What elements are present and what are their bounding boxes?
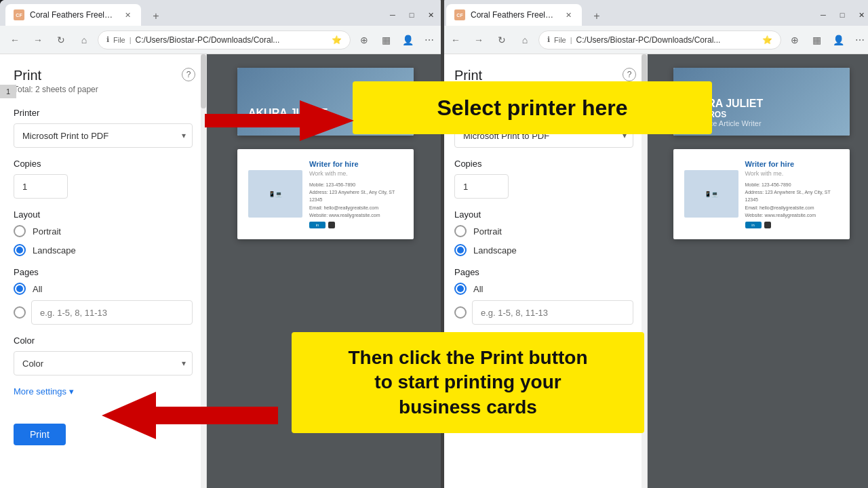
tab-favicon-right: CF bbox=[454, 9, 465, 20]
tab-close-left[interactable]: ✕ bbox=[122, 9, 133, 20]
minimize-btn-right[interactable]: ─ bbox=[815, 7, 831, 23]
more-icon-right[interactable]: ⋯ bbox=[850, 30, 868, 49]
layout-label-right: Layout bbox=[454, 209, 633, 220]
pages-all-row-right: All bbox=[454, 283, 633, 295]
browser-divider bbox=[441, 0, 444, 488]
new-tab-button-right[interactable]: + bbox=[587, 7, 606, 26]
card-name-left: AKURA JULIET bbox=[248, 107, 328, 119]
print-panel-right: ? Print Total: 2 sheets of paper Printer… bbox=[441, 54, 648, 488]
pages-custom-input-right[interactable] bbox=[472, 300, 633, 325]
address-input-left[interactable]: ℹ File | C:/Users/Biostar-PC/Downloads/C… bbox=[98, 30, 351, 49]
back-btn-left[interactable]: ← bbox=[5, 30, 24, 49]
bookmark-icon-right[interactable]: ⊕ bbox=[785, 30, 804, 49]
color-label-left: Color bbox=[14, 336, 193, 346]
address-text-right: C:/Users/Biostar-PC/Downloads/Coral... bbox=[576, 35, 758, 45]
pages-all-row-left: All bbox=[14, 283, 193, 295]
portrait-radio-left[interactable]: Portrait bbox=[14, 225, 193, 237]
pages-custom-input-left[interactable] bbox=[31, 300, 193, 325]
home-btn-right[interactable]: ⌂ bbox=[515, 30, 534, 49]
card-subtitle-right: Freelance Article Writer bbox=[684, 119, 762, 127]
tab-title-left: Coral Feathers Freelancer Busin... bbox=[30, 10, 117, 20]
pages-all-radio-left[interactable]: All bbox=[14, 283, 42, 295]
preview-card-1-right: AKURA JULIET CISNEROS Freelance Article … bbox=[673, 68, 850, 136]
print-subtitle-left: Total: 2 sheets of paper bbox=[14, 85, 193, 94]
tab-favicon-left: CF bbox=[14, 9, 24, 20]
preview-card-1-left: AKURA JULIET Freelance Article Writer bbox=[237, 68, 414, 136]
more-settings-left[interactable]: More settings ▾ bbox=[14, 386, 193, 396]
card2-subtitle-left: Work with me. bbox=[309, 170, 403, 177]
landscape-circle-right bbox=[454, 244, 467, 256]
address-text-left: C:/Users/Biostar-PC/Downloads/Coral... bbox=[136, 35, 328, 45]
minimize-btn-left[interactable]: ─ bbox=[384, 7, 401, 23]
toolbar-icons-left: ⊕ ▦ 👤 ⋯ bbox=[355, 30, 439, 49]
window-controls-right: ─ □ ✕ bbox=[815, 7, 868, 26]
card-name-right: AKURA JULIET bbox=[684, 98, 764, 110]
pages-label-left: Pages bbox=[14, 267, 193, 277]
print-title-right: Print bbox=[454, 68, 633, 83]
layout-label-left: Layout bbox=[14, 209, 193, 220]
pages-custom-circle-right bbox=[454, 306, 467, 319]
pages-label-right: Pages bbox=[454, 267, 633, 277]
card2-subtitle-right: Work with me. bbox=[745, 170, 839, 177]
print-subtitle-right: Total: 2 sheets of paper bbox=[454, 85, 633, 94]
copies-input-right[interactable] bbox=[454, 174, 509, 199]
browser-window-right: CF Coral Feathers Freelancer Busin... ✕ … bbox=[441, 0, 868, 488]
page-indicator-left: 1 bbox=[0, 85, 16, 98]
tab-bar-right: CF Coral Feathers Freelancer Busin... ✕ … bbox=[441, 0, 868, 26]
printer-select-wrapper-left: Microsoft Print to PDF ▾ bbox=[14, 123, 193, 148]
color-select-left[interactable]: Color bbox=[14, 351, 193, 375]
pages-section-left: Pages All bbox=[14, 267, 193, 325]
card-header-1-left: AKURA JULIET Freelance Article Writer bbox=[237, 68, 414, 136]
landscape-circle-left bbox=[14, 244, 26, 256]
copies-input-left[interactable] bbox=[14, 174, 68, 199]
maximize-btn-left[interactable]: □ bbox=[403, 7, 420, 23]
tab-left[interactable]: CF Coral Feathers Freelancer Busin... ✕ bbox=[5, 4, 141, 26]
address-input-right[interactable]: ℹ File | C:/Users/Biostar-PC/Downloads/C… bbox=[538, 30, 781, 49]
card2-details-left: Mobile: 123-456-7890 Address: 123 Anywhe… bbox=[309, 181, 403, 219]
tab-close-right[interactable]: ✕ bbox=[563, 9, 574, 20]
print-button-left[interactable]: Print bbox=[14, 424, 66, 445]
forward-btn-right[interactable]: → bbox=[469, 30, 488, 49]
printer-label-right: Printer bbox=[454, 108, 633, 118]
profile-icon-left[interactable]: 👤 bbox=[398, 30, 417, 49]
card-subtitle-left: Freelance Article Writer bbox=[248, 119, 326, 127]
pages-all-circle-right bbox=[454, 283, 467, 295]
card-header-1-right: AKURA JULIET CISNEROS Freelance Article … bbox=[673, 68, 850, 136]
landscape-radio-right[interactable]: Landscape bbox=[454, 244, 633, 256]
preview-area-left: AKURA JULIET Freelance Article Writer 📱💻… bbox=[207, 54, 444, 488]
help-icon-right[interactable]: ? bbox=[623, 68, 636, 81]
maximize-btn-right[interactable]: □ bbox=[834, 7, 850, 23]
close-btn-right[interactable]: ✕ bbox=[853, 7, 868, 23]
help-icon-left[interactable]: ? bbox=[182, 68, 195, 81]
toolbar-icons-right: ⊕ ▦ 👤 ⋯ bbox=[785, 30, 868, 49]
printer-select-arrow-right: ▾ bbox=[623, 131, 627, 140]
back-btn-right[interactable]: ← bbox=[446, 30, 465, 49]
copies-label-right: Copies bbox=[454, 159, 633, 169]
new-tab-button-left[interactable]: + bbox=[146, 7, 165, 26]
printer-select-right[interactable]: Microsoft Print to PDF bbox=[454, 123, 633, 148]
content-area-right: ? Print Total: 2 sheets of paper Printer… bbox=[441, 54, 868, 488]
pages-all-radio-right[interactable]: All bbox=[454, 283, 483, 295]
collection-icon-left[interactable]: ▦ bbox=[376, 30, 395, 49]
card2-title-right: Writer for hire bbox=[745, 160, 839, 168]
tab-right[interactable]: CF Coral Feathers Freelancer Busin... ✕ bbox=[446, 4, 582, 26]
portrait-radio-right[interactable]: Portrait bbox=[454, 225, 633, 237]
preview-area-right: AKURA JULIET CISNEROS Freelance Article … bbox=[648, 54, 868, 488]
portrait-circle-left bbox=[14, 225, 26, 237]
print-panel-left: ? Print Total: 2 sheets of paper Printer… bbox=[0, 54, 207, 488]
collection-icon-right[interactable]: ▦ bbox=[807, 30, 826, 49]
close-btn-left[interactable]: ✕ bbox=[422, 7, 439, 23]
pages-custom-circle-left bbox=[14, 306, 26, 319]
more-icon-left[interactable]: ⋯ bbox=[420, 30, 439, 49]
profile-icon-right[interactable]: 👤 bbox=[829, 30, 848, 49]
card-lastname-right: CISNEROS bbox=[684, 110, 727, 119]
color-select-wrapper-left: Color ▾ bbox=[14, 351, 193, 375]
landscape-radio-left[interactable]: Landscape bbox=[14, 244, 193, 256]
refresh-btn-right[interactable]: ↻ bbox=[492, 30, 511, 49]
printer-select-left[interactable]: Microsoft Print to PDF bbox=[14, 123, 193, 148]
bookmark-icon-left[interactable]: ⊕ bbox=[355, 30, 374, 49]
home-btn-left[interactable]: ⌂ bbox=[75, 30, 94, 49]
refresh-btn-left[interactable]: ↻ bbox=[52, 30, 71, 49]
forward-btn-left[interactable]: → bbox=[28, 30, 47, 49]
content-area-left: ? Print Total: 2 sheets of paper Printer… bbox=[0, 54, 444, 488]
